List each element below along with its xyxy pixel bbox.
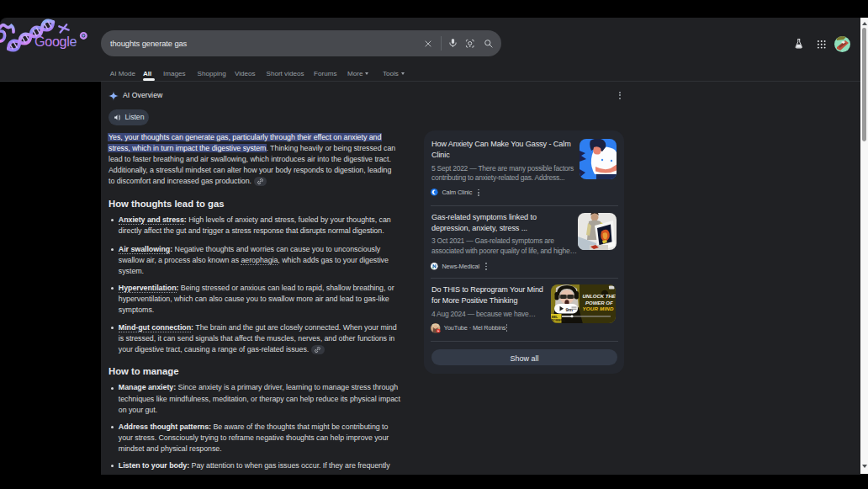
svg-text:UNLOCK THE: UNLOCK THE [583,294,616,299]
svg-text:Google: Google [34,34,77,49]
svg-text:POWER OF: POWER OF [585,300,613,306]
svg-text:YOUR MIND: YOUR MIND [583,306,615,311]
svg-text:ROBBINS: ROBBINS [552,319,566,322]
svg-text:MEL: MEL [552,316,558,319]
